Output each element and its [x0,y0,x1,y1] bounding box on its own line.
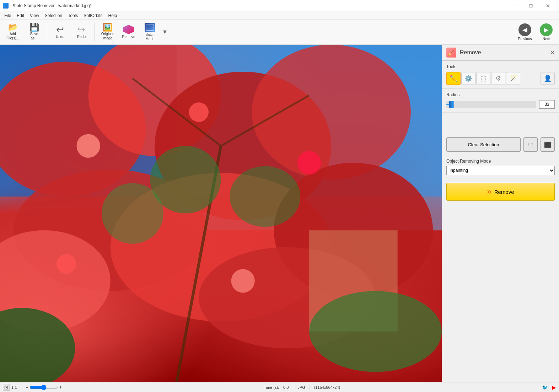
toolbox-panel: 🧹 Remove ✕ Tools ✏️ ⚙️ ⬚ [442,45,559,382]
middle-space [442,113,559,134]
undo-label: Undo [56,35,64,39]
youtube-icon[interactable]: ▶ [552,385,556,390]
svg-point-20 [57,254,76,274]
radius-label: Radius [446,92,555,97]
stamp-tool-button[interactable]: 👤 [541,72,555,85]
redo-label: Redo [77,35,86,39]
mode-select[interactable]: Inpainting Content-Aware Fill Exemplar-B… [446,166,555,175]
select-expand-button[interactable]: ⬚ [523,137,538,152]
canvas-svg [0,45,442,382]
save-as-button[interactable]: 💾 Saveas... [24,21,44,43]
zoom-level: 1:1 [11,385,17,390]
original-image-button[interactable]: 🖼️ OriginalImage [97,21,117,43]
brush-icon: ✏️ [450,75,457,82]
toolbar: 📂 AddFile(s)... 💾 Saveas... ↩ Undo ↪ Red… [0,20,559,45]
slider-track [446,104,536,105]
brush-tool-button[interactable]: ✏️ [446,72,461,85]
twitter-icon[interactable]: 🐦 [542,385,548,390]
toolbox-title: Remove [460,49,481,56]
remove-tool-label: Remove [122,35,135,39]
separator-2 [94,23,95,41]
clear-selection-button[interactable]: Clear Selection [446,137,521,152]
radius-slider[interactable] [446,101,536,108]
close-button[interactable]: ✕ [540,0,556,11]
separator-1 [47,23,47,41]
select-rect-icon: ⬚ [480,75,487,82]
eraser-icon: ⚙️ [464,75,472,82]
toolbox-close-button[interactable]: ✕ [550,49,555,56]
status-sep-2 [293,385,293,390]
status-bar: ⊡ 1:1 − + Time (s): 0.0 JPG (1154x864x24… [0,382,559,392]
menu-file[interactable]: File [1,12,14,19]
menu-softorbits[interactable]: SoftOrbits [81,12,105,19]
svg-point-19 [297,151,321,174]
status-sep-1 [21,385,21,390]
add-files-icon: 📂 [8,23,18,31]
window-title: Photo Stamp Remover - watermarked.jpg* [11,3,91,8]
undo-icon: ↩ [56,25,64,34]
radius-input[interactable] [539,100,555,109]
tools-section: Tools ✏️ ⚙️ ⬚ ⚙ � [442,61,559,89]
remove-button[interactable]: » Remove [446,183,555,201]
next-button[interactable]: ▶ Next [536,21,556,43]
eraser-tool-button[interactable]: ⚙️ [461,72,475,85]
contract-select-icon: ⬛ [544,141,551,148]
title-bar: Photo Stamp Remover - watermarked.jpg* −… [0,0,559,11]
main-area: 🧹 Remove ✕ Tools ✏️ ⚙️ ⬚ [0,45,559,382]
more-button[interactable]: ▼ [161,21,168,43]
remove-arrow-icon: » [487,187,491,196]
wand-icon: 🪄 [509,75,517,82]
menu-selection[interactable]: Selection [42,12,65,19]
zoom-in-icon[interactable]: + [59,385,62,390]
remove-tool-button[interactable]: Remove [119,21,139,43]
mode-section: Object Removing Mode Inpainting Content-… [442,155,559,179]
mode-label: Object Removing Mode [446,159,555,164]
toolbox-header: 🧹 Remove ✕ [442,45,559,61]
svg-point-17 [76,134,100,158]
batch-mode-button[interactable]: BatchMode [140,21,160,43]
menu-edit[interactable]: Edit [14,12,27,19]
svg-point-18 [189,102,209,122]
previous-label: Previous [518,37,532,41]
maximize-button[interactable]: □ [523,0,539,11]
original-image-label: OriginalImage [101,32,113,40]
zoom-fit-icon[interactable]: ⊡ [3,384,10,391]
menu-tools[interactable]: Tools [65,12,81,19]
settings-tool-button[interactable]: ⚙ [491,72,505,85]
expand-select-icon: ⬚ [528,141,533,148]
svg-point-5 [252,45,411,180]
tools-section-label: Tools [446,64,555,69]
window-controls: − □ ✕ [506,0,556,11]
select-contract-button[interactable]: ⬛ [541,137,555,152]
zoom-slider[interactable] [29,385,58,390]
canvas-area[interactable] [0,45,442,382]
menu-bar: File Edit View Selection Tools SoftOrbit… [0,11,559,20]
minimize-button[interactable]: − [506,0,522,11]
previous-button[interactable]: ◀ Previous [515,21,535,43]
nav-buttons: ◀ Previous ▶ Next [515,21,556,43]
time-value: 0.0 [283,385,289,390]
next-label: Next [543,37,550,41]
title-bar-left: Photo Stamp Remover - watermarked.jpg* [3,3,91,9]
add-files-button[interactable]: 📂 AddFile(s)... [3,21,23,43]
select-rect-tool-button[interactable]: ⬚ [476,72,490,85]
zoom-out-icon[interactable]: − [26,385,28,390]
wand-tool-button[interactable]: 🪄 [506,72,520,85]
redo-button[interactable]: ↪ Redo [71,21,91,43]
remove-section: » Remove [442,179,559,205]
svg-point-16 [230,166,300,227]
original-image-icon: 🖼️ [103,23,112,31]
menu-help[interactable]: Help [106,12,120,19]
undo-button[interactable]: ↩ Undo [50,21,70,43]
next-icon: ▶ [540,23,553,36]
slider-thumb[interactable] [449,101,454,108]
radius-section: Radius [442,89,559,113]
menu-view[interactable]: View [27,12,42,19]
format-label: JPG [297,385,305,390]
toolbox-title-area: 🧹 Remove [446,48,481,58]
time-label: Time (s): [264,385,279,390]
tools-row: ✏️ ⚙️ ⬚ ⚙ 🪄 👤 [446,72,555,85]
app-icon [3,3,9,9]
zoom-area: ⊡ 1:1 [3,384,17,391]
batch-mode-icon [145,23,155,32]
